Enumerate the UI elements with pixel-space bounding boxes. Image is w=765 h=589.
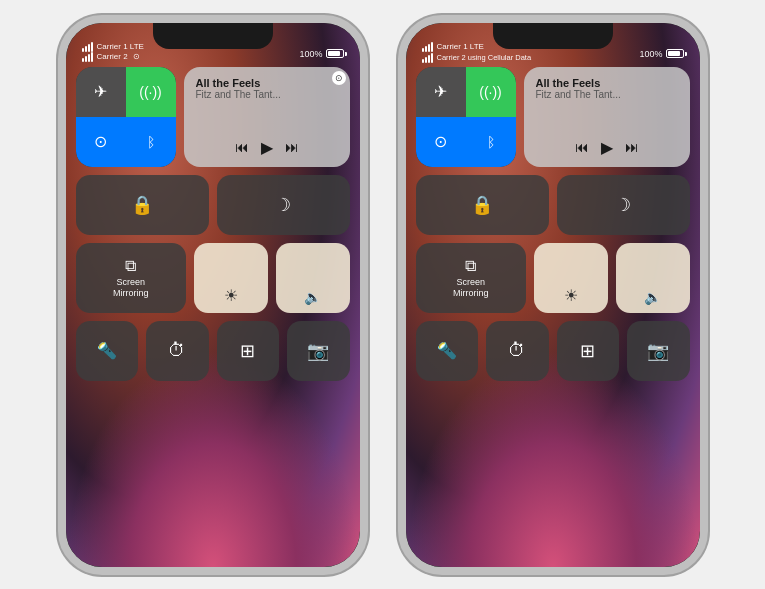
timer-icon-left: ⏱ <box>168 340 186 361</box>
notch-right <box>493 23 613 49</box>
cellular-button-right[interactable]: ((·)) <box>466 67 516 117</box>
signal-bar <box>85 56 87 62</box>
lock-icon-left: 🔒 <box>131 194 153 216</box>
flashlight-button-left[interactable]: 🔦 <box>76 321 139 381</box>
signal-bar <box>82 58 84 62</box>
carrier2-line-right: Carrier 2 using Cellular Data <box>422 53 532 63</box>
timer-button-right[interactable]: ⏱ <box>486 321 549 381</box>
play-button-right[interactable]: ▶ <box>601 138 613 157</box>
middle-row-left: 🔒 ☽ <box>76 175 350 235</box>
next-button-left[interactable]: ⏭ <box>285 139 299 155</box>
airplane-button-right[interactable]: ✈ <box>416 67 466 117</box>
music-info-right: All the Feels Fitz and The Tant... <box>536 77 678 100</box>
screen-mirror-button-left[interactable]: ⧉ ScreenMirroring <box>76 243 187 313</box>
cellular-icon-left: ((·)) <box>139 84 162 100</box>
wifi-button-right[interactable]: ⊙ <box>416 117 466 167</box>
volume-icon-left: 🔈 <box>304 289 321 305</box>
carrier2-line-left: Carrier 2 ⊙ <box>82 52 144 62</box>
calculator-button-right[interactable]: ⊞ <box>557 321 620 381</box>
prev-button-left[interactable]: ⏮ <box>235 139 249 155</box>
airplane-icon-left: ✈ <box>94 82 107 101</box>
signal-bar <box>88 44 90 52</box>
top-row-left: ✈ ((·)) ⊙ ᛒ <box>76 67 350 167</box>
last-row-left: 🔦 ⏱ ⊞ 📷 <box>76 321 350 381</box>
middle-row-right: 🔒 ☽ <box>416 175 690 235</box>
signal-bar <box>425 57 427 63</box>
bottom-row-right: ⧉ ScreenMirroring ☀ 🔈 <box>416 243 690 313</box>
carrier1-text-left: Carrier 1 LTE <box>97 42 144 52</box>
battery-fill-left <box>328 51 341 56</box>
phone-right: Carrier 1 LTE Carrier 2 using Cellular D… <box>398 15 708 575</box>
wifi-icon-right: ⊙ <box>434 132 447 151</box>
calculator-icon-right: ⊞ <box>580 340 595 362</box>
screen-mirror-icon-right: ⧉ <box>465 257 476 275</box>
screen-mirror-label-right: ScreenMirroring <box>453 277 489 299</box>
signal-bar <box>431 42 433 52</box>
carrier2-text-left: Carrier 2 ⊙ <box>97 52 140 62</box>
carrier1-signal-left <box>82 42 93 52</box>
phone-screen-right: Carrier 1 LTE Carrier 2 using Cellular D… <box>406 23 700 567</box>
connectivity-grid-left: ✈ ((·)) ⊙ ᛒ <box>76 67 176 167</box>
signal-bar <box>85 46 87 52</box>
bluetooth-icon-left: ᛒ <box>147 134 155 150</box>
last-row-right: 🔦 ⏱ ⊞ 📷 <box>416 321 690 381</box>
carrier1-line-left: Carrier 1 LTE <box>82 42 144 52</box>
music-artist-left: Fitz and The Tant... <box>196 89 338 100</box>
airplane-button-left[interactable]: ✈ <box>76 67 126 117</box>
connectivity-grid-right: ✈ ((·)) ⊙ ᛒ <box>416 67 516 167</box>
signal-bar <box>425 46 427 52</box>
do-not-disturb-button-right[interactable]: ☽ <box>557 175 690 235</box>
camera-icon-left: 📷 <box>307 340 329 362</box>
airplane-icon-right: ✈ <box>434 82 447 101</box>
bluetooth-icon-right: ᛒ <box>487 134 495 150</box>
brightness-icon-right: ☀ <box>564 286 578 305</box>
wifi-icon-left: ⊙ <box>94 132 107 151</box>
brightness-button-left[interactable]: ☀ <box>194 243 268 313</box>
do-not-disturb-button-left[interactable]: ☽ <box>217 175 350 235</box>
prev-button-right[interactable]: ⏮ <box>575 139 589 155</box>
wifi-button-left[interactable]: ⊙ <box>76 117 126 167</box>
cellular-button-left[interactable]: ((·)) <box>126 67 176 117</box>
phone-frame-right: Carrier 1 LTE Carrier 2 using Cellular D… <box>398 15 708 575</box>
moon-icon-right: ☽ <box>615 194 631 216</box>
bluetooth-button-left[interactable]: ᛒ <box>126 117 176 167</box>
music-title-left: All the Feels <box>196 77 338 89</box>
phone-left: Carrier 1 LTE Carrier 2 ⊙ <box>58 15 368 575</box>
screen-mirror-icon-left: ⧉ <box>125 257 136 275</box>
battery-percentage-left: 100% <box>299 49 322 59</box>
carrier2-signal-left <box>82 52 93 62</box>
signal-bar <box>428 55 430 63</box>
carrier1-text-right: Carrier 1 LTE <box>437 42 484 52</box>
volume-button-right[interactable]: 🔈 <box>616 243 690 313</box>
music-info-left: All the Feels Fitz and The Tant... <box>196 77 338 100</box>
orientation-lock-button-left[interactable]: 🔒 <box>76 175 209 235</box>
camera-button-right[interactable]: 📷 <box>627 321 690 381</box>
camera-button-left[interactable]: 📷 <box>287 321 350 381</box>
control-center-left: ✈ ((·)) ⊙ ᛒ <box>76 67 350 557</box>
battery-percentage-right: 100% <box>639 49 662 59</box>
music-player-right: All the Feels Fitz and The Tant... ⏮ ▶ ⏭ <box>524 67 690 167</box>
screen-mirror-button-right[interactable]: ⧉ ScreenMirroring <box>416 243 527 313</box>
wifi-icon-status: ⊙ <box>133 52 140 61</box>
brightness-button-right[interactable]: ☀ <box>534 243 608 313</box>
signal-bar <box>428 44 430 52</box>
music-controls-right: ⏮ ▶ ⏭ <box>536 138 678 157</box>
signal-bar <box>422 59 424 63</box>
signal-bar <box>88 54 90 62</box>
timer-icon-right: ⏱ <box>508 340 526 361</box>
music-artist-right: Fitz and The Tant... <box>536 89 678 100</box>
calculator-icon-left: ⊞ <box>240 340 255 362</box>
flashlight-icon-left: 🔦 <box>97 341 117 360</box>
volume-button-left[interactable]: 🔈 <box>276 243 350 313</box>
timer-button-left[interactable]: ⏱ <box>146 321 209 381</box>
orientation-lock-button-right[interactable]: 🔒 <box>416 175 549 235</box>
next-button-right[interactable]: ⏭ <box>625 139 639 155</box>
calculator-button-left[interactable]: ⊞ <box>217 321 280 381</box>
bottom-row-left: ⧉ ScreenMirroring ☀ 🔈 <box>76 243 350 313</box>
play-button-left[interactable]: ▶ <box>261 138 273 157</box>
lock-icon-right: 🔒 <box>471 194 493 216</box>
flashlight-button-right[interactable]: 🔦 <box>416 321 479 381</box>
volume-icon-right: 🔈 <box>644 289 661 305</box>
signal-bar <box>431 53 433 63</box>
bluetooth-button-right[interactable]: ᛒ <box>466 117 516 167</box>
